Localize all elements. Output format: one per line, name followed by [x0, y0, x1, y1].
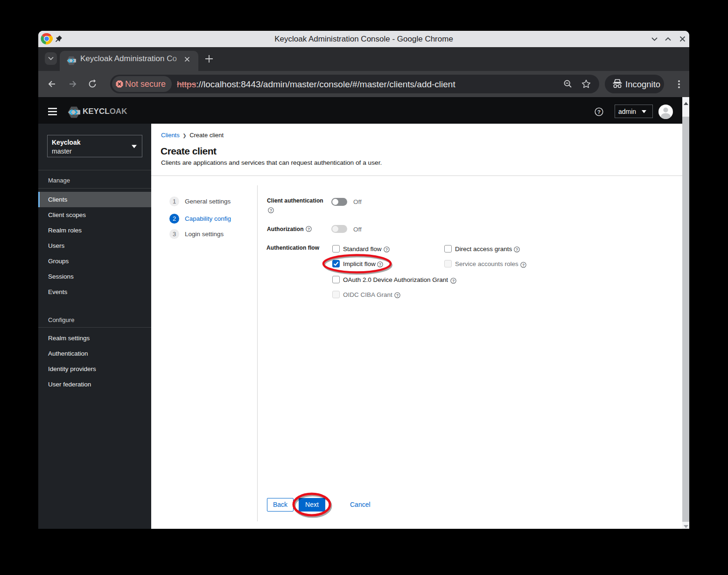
svg-text:?: ?	[396, 293, 399, 298]
svg-text:?: ?	[452, 279, 455, 283]
svg-text:?: ?	[516, 247, 518, 252]
svg-text:?: ?	[597, 109, 601, 115]
svg-text:?: ?	[308, 227, 310, 231]
svg-text:?: ?	[270, 208, 272, 213]
svg-text:?: ?	[522, 263, 525, 267]
